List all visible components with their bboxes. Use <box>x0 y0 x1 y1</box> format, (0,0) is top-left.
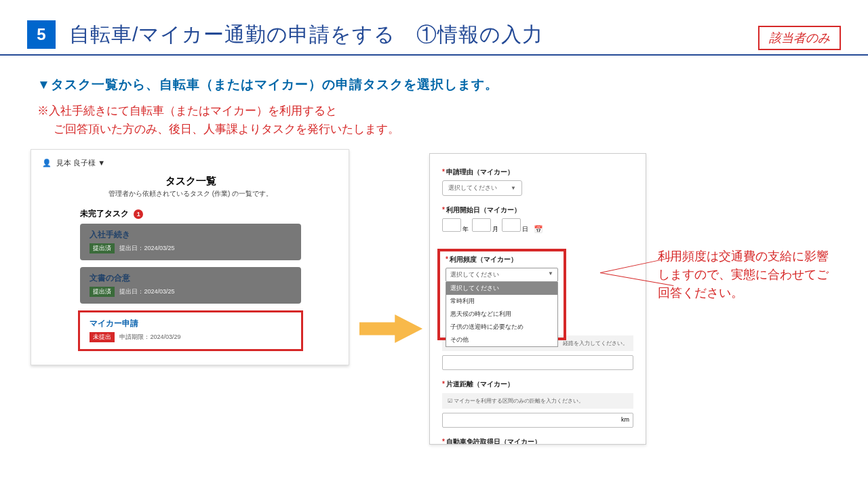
select-current: 選択してください <box>450 270 499 279</box>
frequency-select[interactable]: 選択してください ▼ <box>446 268 558 282</box>
task-title: マイカー申請 <box>90 318 292 329</box>
incomplete-count-badge: 1 <box>134 209 143 219</box>
arrow-icon <box>359 312 424 348</box>
task-item-agreement[interactable]: 文書の合意 提出済 提出日：2024/03/25 <box>80 267 301 304</box>
incomplete-label: 未完了タスク <box>80 209 129 218</box>
tasklist-title: タスク一覧 <box>39 175 342 188</box>
note-text: ※入社手続きにて自転車（またはマイカー）を利用すると ご回答頂いた方のみ、後日、… <box>37 102 831 138</box>
distance-label: 片道距離（マイカー） <box>446 380 514 388</box>
note-line2: ご回答頂いた方のみ、後日、人事課よりタスクを発行いたします。 <box>54 120 831 138</box>
month-input[interactable] <box>472 218 491 232</box>
distance-input[interactable]: km <box>442 413 633 428</box>
form-screenshot: *申請理由（マイカー） 選択してください ▼ *利用開始日（マイカー） 年 月 … <box>429 153 646 445</box>
task-date: 提出日：2024/03/25 <box>119 244 174 253</box>
task-deadline: 申請期限：2024/03/29 <box>119 333 180 342</box>
distance-hint: マイカーを利用する区間のみの距離を入力ください。 <box>454 398 584 404</box>
user-icon: 👤 <box>42 159 52 167</box>
select-placeholder: 選択してください <box>448 184 497 192</box>
slide-title: 自転車/マイカー通勤の申請をする ①情報の入力 <box>69 21 543 49</box>
task-title: 入社手続き <box>90 229 292 241</box>
option-badweather[interactable]: 悪天候の時などに利用 <box>446 308 557 321</box>
license-label: 自動車免許取得日（マイカー） <box>446 438 541 445</box>
reason-select[interactable]: 選択してください ▼ <box>442 180 522 196</box>
option-other[interactable]: その他 <box>446 333 557 346</box>
user-menu[interactable]: 👤 見本 良子様 ▼ <box>42 158 342 168</box>
startdate-group: *利用開始日（マイカー） 年 月 日 📅 <box>430 205 646 234</box>
frequency-highlight-box: *利用頻度（マイカー） 選択してください ▼ 選択してください 常時利用 悪天候… <box>437 249 566 340</box>
license-group: *自動車免許取得日（マイカー） <box>430 437 646 445</box>
option-placeholder[interactable]: 選択してください <box>446 282 557 295</box>
chevron-down-icon: ▼ <box>548 270 553 279</box>
route-input[interactable] <box>442 355 633 370</box>
month-suffix: 月 <box>492 226 498 232</box>
frequency-label: 利用頻度（マイカー） <box>450 256 517 263</box>
lead-text: ▼タスク一覧から、自転車（またはマイカー）の申請タスクを選択します。 <box>37 76 831 94</box>
slide-body: ▼タスク一覧から、自転車（またはマイカー）の申請タスクを選択します。 ※入社手続… <box>0 56 868 138</box>
task-date: 提出日：2024/03/25 <box>119 287 174 296</box>
info-icon: ☑ <box>448 398 452 404</box>
distance-group: *片道距離（マイカー） ☑ マイカーを利用する区間のみの距離を入力ください。 k… <box>430 380 646 428</box>
day-input[interactable] <box>502 218 521 232</box>
unsubmitted-badge: 未提出 <box>90 332 115 342</box>
tasklist-subtitle: 管理者から依頼されているタスク (作業) の一覧です。 <box>39 189 342 199</box>
task-title: 文書の合意 <box>90 272 292 284</box>
submitted-badge: 提出済 <box>90 287 115 297</box>
startdate-label: 利用開始日（マイカー） <box>446 206 521 214</box>
applicable-badge: 該当者のみ <box>758 26 841 50</box>
task-list-screenshot: 👤 見本 良子様 ▼ タスク一覧 管理者から依頼されているタスク (作業) の一… <box>31 149 349 365</box>
task-item-mycar-highlighted[interactable]: マイカー申請 未提出 申請期限：2024/03/29 <box>78 310 303 351</box>
chevron-down-icon: ▼ <box>511 185 516 191</box>
step-number-badge: 5 <box>27 20 56 49</box>
note-line1: ※入社手続きにて自転車（またはマイカー）を利用すると <box>37 104 337 117</box>
calendar-icon[interactable]: 📅 <box>534 225 543 233</box>
slide-header: 5 自転車/マイカー通勤の申請をする ①情報の入力 該当者のみ <box>0 0 868 56</box>
svg-marker-0 <box>359 314 422 343</box>
reason-label: 申請理由（マイカー） <box>446 168 514 176</box>
option-always[interactable]: 常時利用 <box>446 295 557 308</box>
user-name: 見本 良子様 ▼ <box>56 159 105 167</box>
reason-group: *申請理由（マイカー） 選択してください ▼ <box>430 167 646 196</box>
submitted-badge: 提出済 <box>90 243 115 253</box>
task-item-onboarding[interactable]: 入社手続き 提出済 提出日：2024/03/25 <box>80 224 301 260</box>
day-suffix: 日 <box>522 226 528 232</box>
frequency-dropdown-list: 選択してください 常時利用 悪天候の時などに利用 子供の送迎時に必要なため その… <box>446 282 558 347</box>
callout-text: 利用頻度は交通費の支給に影響しますので、実態に合わせてご回答ください。 <box>658 247 834 302</box>
year-input[interactable] <box>442 218 461 232</box>
option-childpickup[interactable]: 子供の送迎時に必要なため <box>446 321 557 333</box>
incomplete-heading: 未完了タスク 1 <box>80 208 342 220</box>
km-unit: km <box>621 416 629 423</box>
year-suffix: 年 <box>462 226 469 232</box>
